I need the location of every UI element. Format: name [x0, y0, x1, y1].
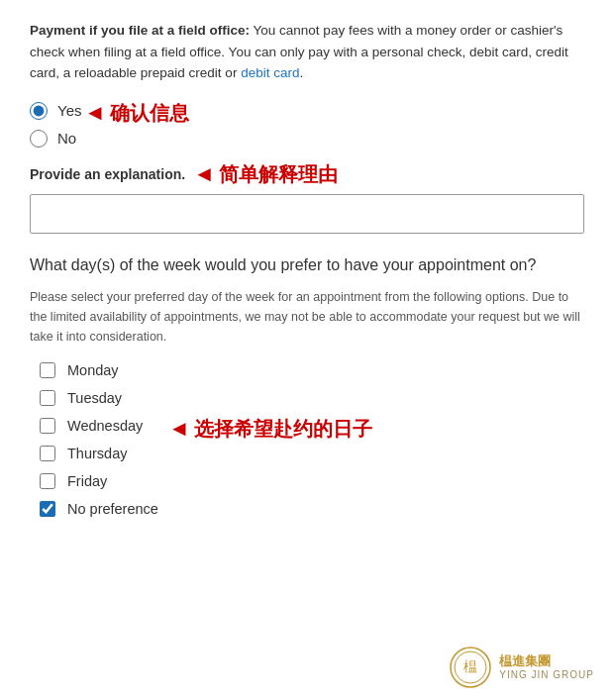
checkbox-item-thursday: Thursday [40, 446, 584, 461]
checkbox-item-monday: Monday [40, 362, 584, 378]
provide-label-text: Provide an explanation. [30, 166, 185, 182]
checkbox-item-wednesday: Wednesday ◄ 选择希望赴约的日子 [40, 418, 584, 434]
yes-no-radio-group: Yes ◄ 确认信息 No [30, 102, 584, 148]
radio-item-yes: Yes ◄ 确认信息 [30, 102, 584, 120]
explain-annotation: ◄ 简单解释理由 [193, 161, 338, 188]
day-checkbox-list: Monday Tuesday Wednesday ◄ 选择希望赴约的日子 Thu… [40, 362, 584, 517]
yes-chinese-label: 确认信息 [110, 100, 189, 127]
appointment-description: Please select your preferred day of the … [30, 287, 584, 347]
watermark-cn: 榅進集團 [499, 653, 551, 669]
tuesday-checkbox[interactable] [40, 390, 55, 406]
checkbox-item-friday: Friday [40, 473, 584, 489]
checkbox-item-tuesday: Tuesday [40, 390, 584, 406]
yes-annotation: ◄ 确认信息 [84, 100, 189, 127]
explanation-input[interactable] [30, 194, 584, 234]
wednesday-annotation: ◄ 选择希望赴约的日子 [168, 416, 372, 443]
svg-text:榅: 榅 [463, 659, 477, 674]
explain-chinese-label: 简单解释理由 [219, 161, 338, 188]
appointment-question: What day(s) of the week would you prefer… [30, 253, 584, 277]
no-preference-checkbox[interactable] [40, 501, 55, 517]
thursday-label[interactable]: Thursday [67, 446, 127, 461]
notice-paragraph: Payment if you file at a field office: Y… [30, 20, 584, 84]
wednesday-label[interactable]: Wednesday [67, 418, 143, 434]
watermark-icon: 榅 [450, 647, 491, 688]
monday-checkbox[interactable] [40, 362, 55, 378]
watermark-en: YING JIN GROUP [499, 669, 594, 681]
wednesday-arrow-icon: ◄ [168, 416, 190, 442]
watermark: 榅 榅進集團 YING JIN GROUP [450, 647, 594, 688]
wednesday-chinese-label: 选择希望赴约的日子 [194, 416, 372, 443]
radio-item-no: No [30, 130, 584, 148]
no-label[interactable]: No [57, 130, 76, 147]
yes-label[interactable]: Yes [57, 102, 81, 119]
notice-link: debit card [241, 65, 299, 80]
no-preference-label[interactable]: No preference [67, 501, 158, 517]
tuesday-label[interactable]: Tuesday [67, 390, 122, 406]
appointment-section: What day(s) of the week would you prefer… [30, 253, 584, 517]
notice-text2: . [299, 65, 303, 80]
no-radio[interactable] [30, 130, 48, 148]
friday-checkbox[interactable] [40, 473, 55, 489]
watermark-text-block: 榅進集團 YING JIN GROUP [499, 653, 594, 681]
provide-explanation-label: Provide an explanation. ◄ 简单解释理由 [30, 161, 584, 188]
yes-radio[interactable] [30, 102, 48, 120]
monday-label[interactable]: Monday [67, 362, 119, 378]
explain-arrow-icon: ◄ [193, 161, 215, 187]
notice-bold: Payment if you file at a field office: [30, 23, 250, 38]
yes-arrow-icon: ◄ [84, 100, 106, 126]
wednesday-checkbox[interactable] [40, 418, 55, 434]
thursday-checkbox[interactable] [40, 446, 55, 461]
friday-label[interactable]: Friday [67, 473, 107, 489]
checkbox-item-no-preference: No preference [40, 501, 584, 517]
